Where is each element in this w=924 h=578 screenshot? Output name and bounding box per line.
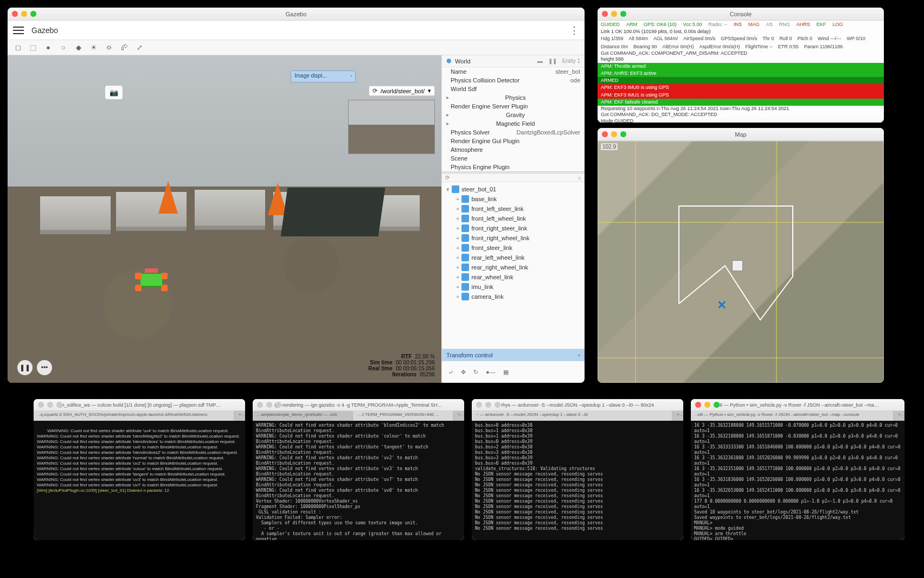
tree-node[interactable]: +front_right_wheel_link: [442, 233, 585, 243]
transform-control-header[interactable]: Transform control ▫: [442, 349, 585, 361]
close-icon[interactable]: [476, 402, 482, 408]
ins-badge[interactable]: INS: [734, 22, 742, 28]
shape-tool-icon[interactable]: ●: [43, 43, 53, 53]
property-row[interactable]: Physics Engine Plugin: [442, 163, 585, 171]
mode-badge[interactable]: GUIDED: [601, 22, 620, 28]
shape-tool-icon[interactable]: ⛭: [104, 43, 114, 53]
as-badge[interactable]: AS: [766, 22, 773, 28]
waypoint-x-icon[interactable]: ✕: [717, 298, 727, 312]
pause-button[interactable]: ❚❚: [17, 360, 33, 375]
property-row[interactable]: ▸Gravity: [442, 111, 585, 119]
close-icon[interactable]: [602, 131, 608, 137]
tree-node[interactable]: +rear_right_wheel_link: [442, 262, 585, 272]
property-row[interactable]: Physics SolverDantzigBoxedLcpSolver: [442, 128, 585, 137]
transform-tool-icon[interactable]: ▦: [503, 369, 509, 376]
terminal-titlebar[interactable]: ign-rendering — ign gazebo -v 4 -g TERM_…: [253, 399, 464, 411]
close-icon[interactable]: [12, 11, 18, 17]
new-tab-button[interactable]: +: [234, 411, 245, 421]
minimize-icon[interactable]: [611, 11, 617, 17]
property-row[interactable]: Scene: [442, 154, 585, 163]
minimize-icon[interactable]: [704, 402, 710, 408]
arm-badge[interactable]: ARM: [626, 22, 637, 28]
map-canvas[interactable]: ✕ 102.9: [598, 141, 884, 383]
new-tab-button[interactable]: +: [894, 411, 904, 421]
vehicle-icon[interactable]: [732, 260, 743, 271]
tree-node[interactable]: +front_left_steer_link: [442, 204, 585, 214]
robot-model[interactable]: [135, 269, 168, 292]
tree-node[interactable]: +camera_link: [442, 292, 585, 301]
tree-node[interactable]: +front_left_wheel_link: [442, 214, 585, 223]
shape-tool-icon[interactable]: ◆: [74, 43, 84, 53]
menu-icon[interactable]: [13, 27, 24, 34]
property-row[interactable]: Atmosphere: [442, 145, 585, 154]
console-titlebar[interactable]: Console: [598, 8, 884, 21]
terminal-titlebar[interactable]: ign_edifice_ws — colcon build [1/1 done]…: [34, 399, 245, 411]
property-row[interactable]: Render Engine Server Plugin: [442, 102, 585, 111]
pause-icon[interactable]: ❚❚: [548, 58, 557, 64]
minimize-icon[interactable]: [47, 402, 53, 408]
transform-tool-icon[interactable]: ↻: [473, 369, 478, 376]
zoom-icon[interactable]: [56, 402, 62, 408]
transform-tool-icon[interactable]: ⤾: [448, 369, 453, 376]
search-icon[interactable]: ⌕: [578, 175, 581, 181]
collapse-icon[interactable]: ▬: [537, 58, 543, 64]
zoom-icon[interactable]: [620, 131, 626, 137]
property-row[interactable]: Physics Collision Detectorode: [442, 76, 585, 85]
terminal-output[interactable]: bus.bus=0 address=0x38 bus.bus=1 address…: [472, 421, 683, 540]
panel-menu-icon[interactable]: ▫: [578, 352, 580, 358]
zoom-icon[interactable]: [620, 11, 626, 17]
shape-tool-icon[interactable]: ⮳: [119, 43, 129, 53]
traffic-lights[interactable]: [12, 11, 36, 17]
zoom-icon[interactable]: [495, 402, 501, 408]
terminal-tab[interactable]: …J TERM_PROGRAM_VERSION=440 …: [353, 411, 453, 421]
terminal-tab[interactable]: ~ — ardurover -S --model JSON --speedup …: [472, 411, 672, 421]
minimize-icon[interactable]: [21, 11, 27, 17]
more-button[interactable]: •••: [37, 360, 52, 375]
property-row[interactable]: ▸Physics: [442, 93, 585, 102]
shape-tool-icon[interactable]: ☀: [89, 43, 99, 53]
world-panel-header[interactable]: ⬢ World ▬ ❚❚ Entity 1: [442, 55, 585, 67]
terminal-tab[interactable]: ..sitl — Python • sim_vehicle.py -v Rove…: [691, 411, 894, 421]
panel-close-icon[interactable]: ▫: [350, 73, 352, 80]
scene-tree[interactable]: ▾steer_bot_01+base_link+front_left_steer…: [442, 182, 585, 349]
chevron-down-icon[interactable]: ▾: [428, 87, 431, 94]
transform-tool-icon[interactable]: ✥: [461, 369, 466, 376]
minimize-icon[interactable]: [266, 402, 272, 408]
minimize-icon[interactable]: [485, 402, 491, 408]
tree-node[interactable]: +rear_wheel_link: [442, 272, 585, 282]
terminal-output[interactable]: WARNING: Could not find vertex shader at…: [34, 421, 245, 540]
log-badge[interactable]: LOG: [832, 22, 843, 28]
more-icon[interactable]: ⋮: [569, 28, 579, 33]
radio-badge[interactable]: Radio: --: [709, 22, 728, 28]
shape-tool-icon[interactable]: ◻: [13, 43, 23, 53]
camera-preview[interactable]: [348, 100, 435, 154]
close-icon[interactable]: [602, 11, 608, 17]
rng-badge[interactable]: RNG: [779, 22, 790, 28]
shape-tool-icon[interactable]: ⤢: [134, 43, 144, 53]
shape-tool-icon[interactable]: ○: [59, 43, 68, 53]
refresh-icon[interactable]: ⟳: [373, 87, 377, 94]
tree-node[interactable]: ▾steer_bot_01: [442, 184, 585, 194]
viewport-3d[interactable]: 📷 Image displ... ▫ ⟳ /world/steer_bot/ ▾…: [8, 55, 441, 383]
transform-tool-icon[interactable]: ●—: [486, 369, 496, 375]
close-icon[interactable]: [695, 402, 701, 408]
world-selector[interactable]: ⟳ /world/steer_bot/ ▾: [369, 86, 435, 96]
vcc-badge[interactable]: Vcc 5.00: [683, 22, 702, 28]
terminal-titlebar[interactable]: rhys — ardurover -S --model JSON --speed…: [472, 399, 683, 411]
terminal-output[interactable]: 16 3 -35.3632188800 149.1651571000 -0.07…: [691, 421, 904, 540]
terminal-titlebar[interactable]: sitl — Python • sim_vehicle.py -v Rover …: [691, 399, 904, 411]
gps-badge[interactable]: GPS: OK6 (10): [644, 22, 677, 28]
tree-node[interactable]: +rear_left_wheel_link: [442, 253, 585, 262]
minimize-icon[interactable]: [611, 131, 617, 137]
camera-icon[interactable]: 📷: [105, 86, 123, 99]
console-body[interactable]: GUIDED ARM GPS: OK6 (10) Vcc 5.00 Radio:…: [598, 21, 884, 123]
close-icon[interactable]: [38, 402, 44, 408]
terminal-tab[interactable]: ..q.xquartz.0 SSH_AUTH_SOCKh/private/tmp…: [34, 411, 234, 421]
close-icon[interactable]: [257, 402, 263, 408]
tree-node[interactable]: +front_steer_link: [442, 243, 585, 253]
terminal-output[interactable]: WARNING: Could not find vertex shader at…: [253, 421, 464, 540]
tree-node[interactable]: +front_right_steer_link: [442, 223, 585, 233]
shape-tool-icon[interactable]: ⬚: [28, 43, 38, 53]
property-row[interactable]: World Sdf: [442, 85, 585, 93]
property-row[interactable]: Namesteer_bot: [442, 67, 585, 76]
